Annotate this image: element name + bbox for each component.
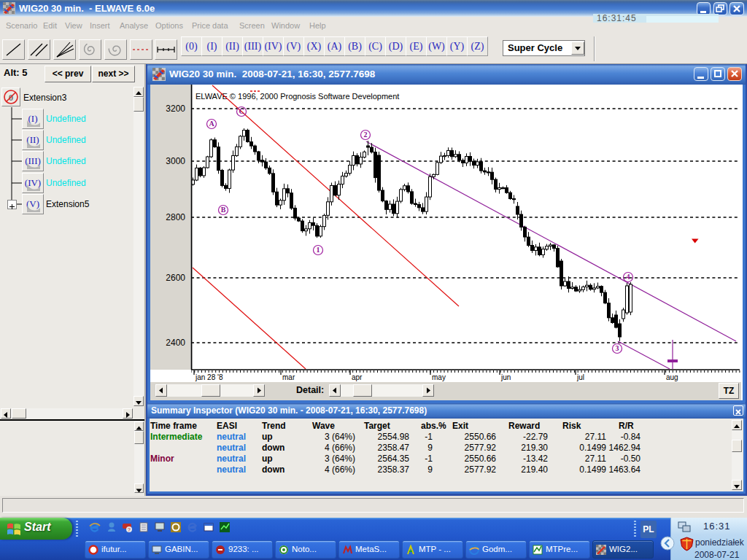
svg-text:jul: jul	[576, 373, 584, 381]
svg-text:may: may	[432, 373, 446, 381]
svg-text:A: A	[209, 120, 214, 128]
svg-text:jun: jun	[500, 373, 511, 381]
svg-text:apr: apr	[352, 373, 363, 381]
svg-text:B: B	[221, 206, 226, 214]
svg-text:mar: mar	[282, 373, 295, 381]
svg-text:jan 28 '8: jan 28 '8	[195, 373, 223, 381]
svg-text:ELWAVE © 1996, 2000 Prognosis: ELWAVE © 1996, 2000 Prognosis Software D…	[196, 92, 399, 101]
svg-text:4: 4	[627, 273, 630, 281]
svg-text:?: ?	[128, 527, 131, 532]
svg-text:1: 1	[317, 246, 320, 254]
svg-text:2: 2	[364, 131, 368, 139]
svg-text:aug: aug	[666, 373, 678, 381]
svg-text:3: 3	[616, 344, 619, 352]
svg-text:C: C	[239, 107, 244, 115]
